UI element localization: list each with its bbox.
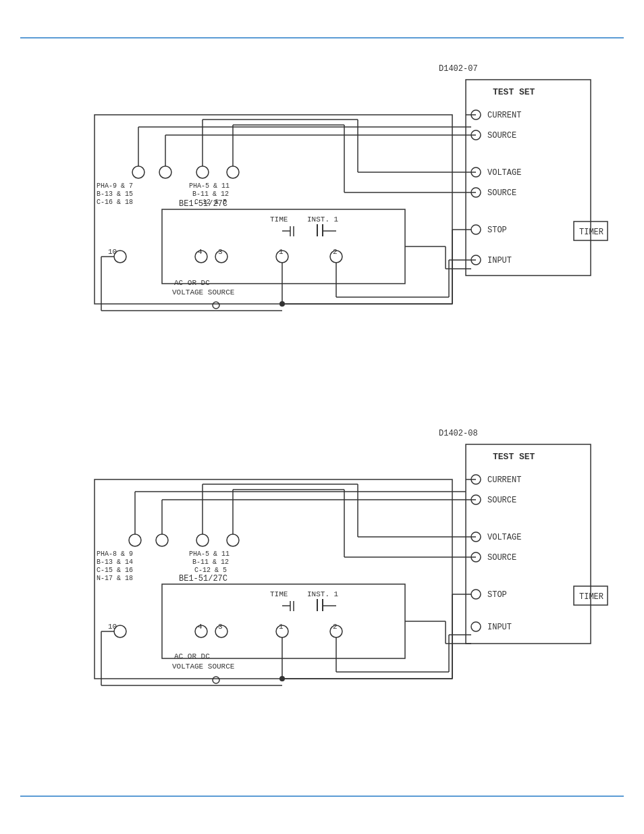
- top-divider: [20, 37, 624, 38]
- svg-text:INST. 1: INST. 1: [307, 590, 339, 598]
- bottom-divider: [20, 796, 624, 797]
- svg-text:2: 2: [333, 248, 338, 256]
- svg-text:4: 4: [198, 623, 203, 631]
- svg-rect-83: [466, 444, 591, 644]
- svg-text:C-12 & 5: C-12 & 5: [194, 567, 227, 574]
- diagram2-id: D1402-08: [439, 429, 478, 438]
- diagram-2: D1402-08 TEST SET CURRENT SOURCE VOLTAGE…: [20, 419, 624, 777]
- svg-text:VOLTAGE: VOLTAGE: [487, 533, 521, 542]
- svg-text:C-15 & 16: C-15 & 16: [97, 567, 133, 574]
- svg-point-19: [132, 166, 144, 178]
- svg-text:B-11 & 12: B-11 & 12: [192, 190, 229, 198]
- svg-text:AC OR DC: AC OR DC: [174, 652, 210, 660]
- svg-text:B-11 & 12: B-11 & 12: [192, 558, 229, 566]
- svg-point-21: [196, 166, 209, 178]
- svg-text:1: 1: [279, 248, 284, 256]
- svg-text:C-16 & 18: C-16 & 18: [97, 199, 133, 206]
- svg-point-22: [227, 166, 239, 178]
- svg-text:2: 2: [333, 623, 338, 631]
- svg-point-93: [471, 590, 481, 599]
- svg-text:3: 3: [218, 248, 223, 256]
- diagram-1: D1402-07 TEST SET CURRENT SOURCE VOLTAGE…: [20, 54, 624, 398]
- svg-point-95: [471, 622, 481, 631]
- svg-point-133: [213, 677, 219, 683]
- svg-text:BE1-51/27C: BE1-51/27C: [179, 574, 227, 583]
- svg-text:PHA-9 & 7: PHA-9 & 7: [97, 182, 133, 190]
- svg-text:VOLTAGE SOURCE: VOLTAGE SOURCE: [172, 662, 235, 671]
- svg-point-104: [196, 534, 209, 546]
- svg-text:INPUT: INPUT: [487, 623, 512, 632]
- svg-point-105: [227, 534, 239, 546]
- svg-text:SOURCE: SOURCE: [487, 553, 516, 563]
- svg-text:TIME: TIME: [270, 215, 288, 224]
- page: D1402-07 TEST SET CURRENT SOURCE VOLTAGE…: [0, 0, 644, 834]
- svg-text:VOLTAGE SOURCE: VOLTAGE SOURCE: [172, 288, 235, 296]
- svg-text:STOP: STOP: [487, 226, 507, 235]
- svg-text:PHA-8 & 9: PHA-8 & 9: [97, 550, 133, 558]
- svg-point-20: [159, 166, 171, 178]
- svg-text:SOURCE: SOURCE: [487, 496, 516, 505]
- svg-text:N-17 & 18: N-17 & 18: [97, 575, 133, 582]
- svg-text:CURRENT: CURRENT: [487, 111, 521, 120]
- svg-point-10: [471, 225, 481, 234]
- svg-text:C-12 & 5: C-12 & 5: [194, 199, 227, 206]
- svg-text:TEST SET: TEST SET: [493, 452, 535, 462]
- svg-text:STOP: STOP: [487, 590, 507, 600]
- svg-text:SOURCE: SOURCE: [487, 188, 516, 198]
- svg-point-49: [213, 302, 219, 309]
- svg-text:B-13 & 14: B-13 & 14: [97, 558, 133, 566]
- svg-text:1: 1: [279, 623, 284, 631]
- svg-text:VOLTAGE: VOLTAGE: [487, 168, 521, 178]
- svg-point-102: [129, 534, 141, 546]
- svg-text:4: 4: [198, 248, 203, 256]
- svg-text:CURRENT: CURRENT: [487, 475, 521, 485]
- svg-text:10: 10: [108, 248, 117, 256]
- diagram1-id: D1402-07: [439, 64, 478, 74]
- svg-text:3: 3: [218, 623, 223, 631]
- svg-rect-0: [466, 80, 591, 276]
- svg-text:B-13 & 15: B-13 & 15: [97, 190, 133, 198]
- svg-text:SOURCE: SOURCE: [487, 131, 516, 140]
- svg-text:TIMER: TIMER: [579, 228, 603, 237]
- svg-text:TIME: TIME: [270, 590, 288, 598]
- svg-text:TIMER: TIMER: [579, 592, 603, 602]
- svg-text:PHA-5 & 11: PHA-5 & 11: [189, 182, 230, 190]
- svg-text:PHA-5 & 11: PHA-5 & 11: [189, 550, 230, 558]
- svg-text:TEST SET: TEST SET: [493, 87, 535, 97]
- svg-text:INPUT: INPUT: [487, 256, 512, 265]
- svg-text:INST. 1: INST. 1: [307, 215, 339, 224]
- svg-text:AC OR DC: AC OR DC: [174, 279, 210, 287]
- svg-text:10: 10: [108, 623, 117, 631]
- svg-rect-99: [95, 479, 452, 679]
- svg-point-103: [156, 534, 168, 546]
